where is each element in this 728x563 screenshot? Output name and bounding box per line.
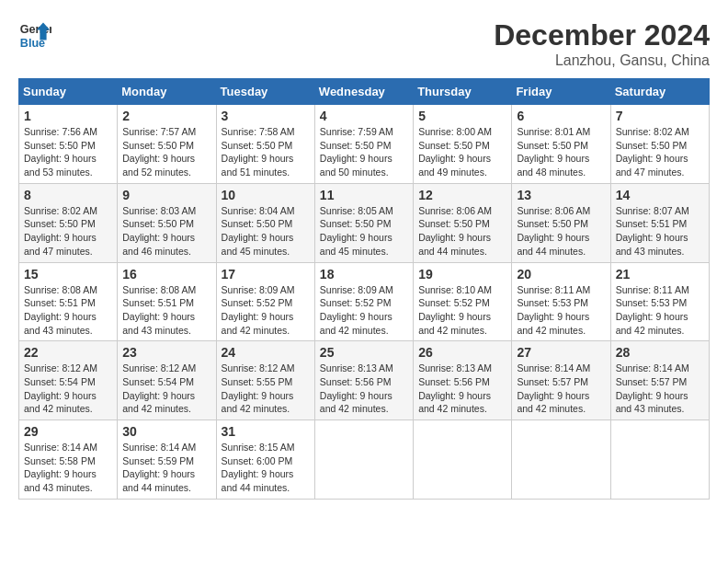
table-row: 23Sunrise: 8:12 AMSunset: 5:54 PMDayligh…	[118, 341, 216, 420]
calendar-table: Sunday Monday Tuesday Wednesday Thursday…	[18, 78, 710, 500]
col-monday: Monday	[118, 79, 216, 105]
table-row: 13Sunrise: 8:06 AMSunset: 5:50 PMDayligh…	[512, 183, 610, 262]
table-row	[610, 420, 709, 500]
page-header: General Blue December 2024 Lanzhou, Gans…	[18, 18, 710, 69]
month-title: December 2024	[494, 18, 710, 52]
location: Lanzhou, Gansu, China	[494, 52, 710, 69]
col-friday: Friday	[512, 79, 610, 105]
table-row	[512, 420, 610, 500]
table-row: 1Sunrise: 7:56 AMSunset: 5:50 PMDaylight…	[19, 105, 118, 184]
table-row: 30Sunrise: 8:14 AMSunset: 5:59 PMDayligh…	[118, 420, 216, 500]
table-row: 14Sunrise: 8:07 AMSunset: 5:51 PMDayligh…	[610, 183, 709, 262]
logo: General Blue	[18, 18, 51, 52]
col-sunday: Sunday	[19, 79, 118, 105]
table-row: 22Sunrise: 8:12 AMSunset: 5:54 PMDayligh…	[19, 341, 118, 420]
table-row: 31Sunrise: 8:15 AMSunset: 6:00 PMDayligh…	[216, 420, 314, 500]
table-row: 20Sunrise: 8:11 AMSunset: 5:53 PMDayligh…	[512, 262, 610, 341]
table-row: 19Sunrise: 8:10 AMSunset: 5:52 PMDayligh…	[414, 262, 512, 341]
table-row: 9Sunrise: 8:03 AMSunset: 5:50 PMDaylight…	[118, 183, 216, 262]
table-row: 8Sunrise: 8:02 AMSunset: 5:50 PMDaylight…	[19, 183, 118, 262]
table-row: 26Sunrise: 8:13 AMSunset: 5:56 PMDayligh…	[414, 341, 512, 420]
calendar-header-row: Sunday Monday Tuesday Wednesday Thursday…	[19, 79, 710, 105]
table-row: 25Sunrise: 8:13 AMSunset: 5:56 PMDayligh…	[314, 341, 413, 420]
table-row: 17Sunrise: 8:09 AMSunset: 5:52 PMDayligh…	[216, 262, 314, 341]
table-row: 12Sunrise: 8:06 AMSunset: 5:50 PMDayligh…	[414, 183, 512, 262]
table-row: 3Sunrise: 7:58 AMSunset: 5:50 PMDaylight…	[216, 105, 314, 184]
table-row: 10Sunrise: 8:04 AMSunset: 5:50 PMDayligh…	[216, 183, 314, 262]
table-row: 5Sunrise: 8:00 AMSunset: 5:50 PMDaylight…	[414, 105, 512, 184]
table-row: 18Sunrise: 8:09 AMSunset: 5:52 PMDayligh…	[314, 262, 413, 341]
col-saturday: Saturday	[610, 79, 709, 105]
col-wednesday: Wednesday	[314, 79, 413, 105]
logo-icon: General Blue	[18, 18, 51, 52]
table-row: 27Sunrise: 8:14 AMSunset: 5:57 PMDayligh…	[512, 341, 610, 420]
table-row	[314, 420, 413, 500]
title-block: December 2024 Lanzhou, Gansu, China	[494, 18, 710, 69]
col-thursday: Thursday	[414, 79, 512, 105]
col-tuesday: Tuesday	[216, 79, 314, 105]
table-row: 24Sunrise: 8:12 AMSunset: 5:55 PMDayligh…	[216, 341, 314, 420]
table-row	[414, 420, 512, 500]
table-row: 2Sunrise: 7:57 AMSunset: 5:50 PMDaylight…	[118, 105, 216, 184]
table-row: 29Sunrise: 8:14 AMSunset: 5:58 PMDayligh…	[19, 420, 118, 500]
table-row: 7Sunrise: 8:02 AMSunset: 5:50 PMDaylight…	[610, 105, 709, 184]
table-row: 6Sunrise: 8:01 AMSunset: 5:50 PMDaylight…	[512, 105, 610, 184]
table-row: 28Sunrise: 8:14 AMSunset: 5:57 PMDayligh…	[610, 341, 709, 420]
table-row: 21Sunrise: 8:11 AMSunset: 5:53 PMDayligh…	[610, 262, 709, 341]
table-row: 16Sunrise: 8:08 AMSunset: 5:51 PMDayligh…	[118, 262, 216, 341]
table-row: 15Sunrise: 8:08 AMSunset: 5:51 PMDayligh…	[19, 262, 118, 341]
table-row: 4Sunrise: 7:59 AMSunset: 5:50 PMDaylight…	[314, 105, 413, 184]
table-row: 11Sunrise: 8:05 AMSunset: 5:50 PMDayligh…	[314, 183, 413, 262]
